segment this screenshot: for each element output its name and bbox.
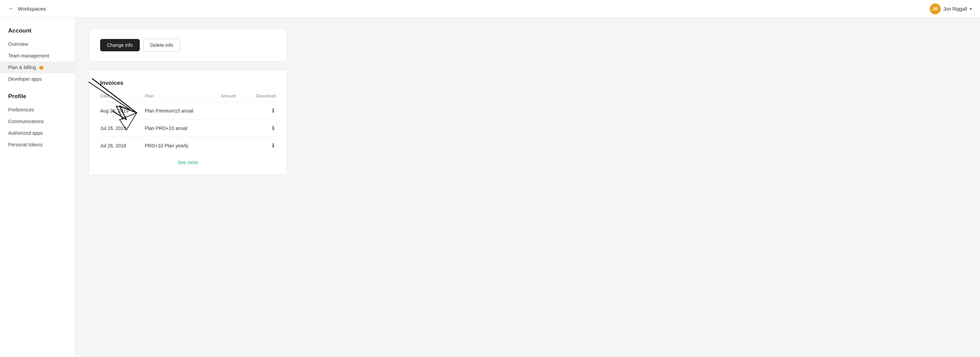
- invoice-amount: [221, 102, 245, 120]
- sidebar-item-plan-billing[interactable]: Plan & billing: [0, 62, 75, 73]
- invoice-download-cell: ⬇: [245, 120, 276, 137]
- change-info-button[interactable]: Change info: [100, 39, 140, 51]
- back-arrow-icon: ←: [8, 5, 14, 12]
- col-header-plan: Plan: [145, 93, 221, 102]
- col-header-amount: Amount: [221, 93, 245, 102]
- sidebar-item-team-management[interactable]: Team management: [0, 50, 75, 62]
- sidebar-item-developer-apps[interactable]: Developer apps: [0, 73, 75, 85]
- invoice-plan: PRO+10 Plan yearly: [145, 137, 221, 155]
- invoice-date: Jul 26, 2018: [100, 137, 145, 155]
- sidebar-item-preferences[interactable]: Preferences: [0, 104, 75, 116]
- workspaces-label: Workspaces: [18, 6, 46, 12]
- top-navigation: ← Workspaces JR Jon Riggall ▾: [0, 0, 980, 18]
- table-row: Jul 26, 2019 Plan PRO+10 anual ⬇: [100, 120, 276, 137]
- invoice-amount: [221, 137, 245, 155]
- invoices-card: Invoices Date Plan Amount Download Aug 2…: [89, 70, 287, 175]
- active-dot-indicator: [39, 66, 43, 70]
- sidebar-item-label: Overview: [8, 41, 28, 47]
- invoice-date: Jul 26, 2019: [100, 120, 145, 137]
- sidebar-item-authorized-apps[interactable]: Authorized apps: [0, 127, 75, 139]
- see-more-row: See more: [100, 154, 276, 165]
- invoice-plan: Plan PRO+10 anual: [145, 120, 221, 137]
- table-row: Jul 26, 2018 PRO+10 Plan yearly ⬇: [100, 137, 276, 155]
- invoice-amount: [221, 120, 245, 137]
- delete-info-button[interactable]: Delete info: [143, 39, 180, 52]
- invoice-date: Aug 26, 2019: [100, 102, 145, 120]
- action-button-row: Change info Delete info: [100, 39, 276, 52]
- avatar: JR: [930, 3, 941, 14]
- download-icon[interactable]: ⬇: [270, 142, 276, 149]
- invoices-table: Date Plan Amount Download Aug 26, 2019 P…: [100, 93, 276, 154]
- table-row: Aug 26, 2019 Plan Premium15 anual ⬇: [100, 102, 276, 120]
- user-name: Jon Riggall: [943, 6, 967, 12]
- sidebar-item-label: Team management: [8, 53, 49, 59]
- sidebar-item-overview[interactable]: Overview: [0, 38, 75, 50]
- sidebar-item-label: Personal tokens: [8, 142, 42, 147]
- sidebar-item-label: Developer apps: [8, 76, 42, 82]
- col-header-date: Date: [100, 93, 145, 102]
- sidebar: Account Overview Team management Plan & …: [0, 18, 75, 357]
- invoices-title: Invoices: [100, 80, 276, 86]
- download-icon[interactable]: ⬇: [270, 107, 276, 114]
- download-icon[interactable]: ⬇: [270, 125, 276, 132]
- page-layout: Account Overview Team management Plan & …: [0, 18, 980, 357]
- profile-section-title: Profile: [0, 93, 75, 104]
- invoice-plan: Plan Premium15 anual: [145, 102, 221, 120]
- action-card: Change info Delete info: [89, 29, 287, 62]
- col-header-download: Download: [245, 93, 276, 102]
- sidebar-item-communications[interactable]: Communications: [0, 116, 75, 127]
- user-menu-button[interactable]: JR Jon Riggall ▾: [930, 3, 972, 14]
- account-section-title: Account: [0, 27, 75, 38]
- back-workspaces-button[interactable]: ← Workspaces: [8, 5, 46, 12]
- see-more-link[interactable]: See more: [178, 160, 199, 165]
- invoice-download-cell: ⬇: [245, 102, 276, 120]
- invoice-download-cell: ⬇: [245, 137, 276, 155]
- sidebar-item-label: Communications: [8, 119, 44, 124]
- sidebar-item-personal-tokens[interactable]: Personal tokens: [0, 139, 75, 150]
- sidebar-item-label: Authorized apps: [8, 130, 43, 136]
- sidebar-item-label: Preferences: [8, 107, 34, 113]
- sidebar-item-label: Plan & billing: [8, 65, 36, 70]
- main-content: Change info Delete info Invoices Date Pl…: [75, 18, 980, 357]
- chevron-down-icon: ▾: [970, 6, 972, 11]
